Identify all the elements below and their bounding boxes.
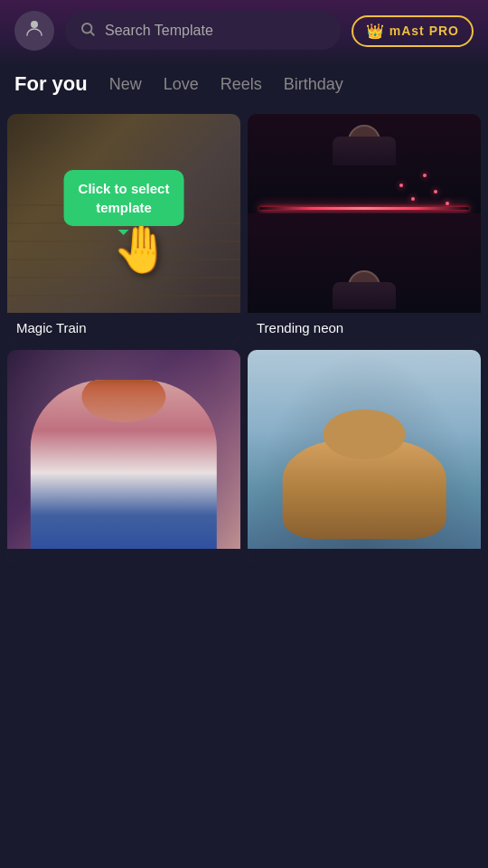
tooltip-line1: Click to select (79, 181, 170, 196)
template-card-girl-portrait[interactable] (7, 350, 240, 563)
crown-icon: 👑 (366, 23, 384, 40)
tab-new[interactable]: New (109, 72, 142, 99)
pro-label: mAst PRO (389, 24, 459, 38)
person-top (248, 118, 481, 165)
tiger-title (248, 549, 481, 563)
tab-love[interactable]: Love (164, 72, 199, 99)
neon-top-half (248, 114, 481, 213)
pro-badge[interactable]: 👑 mAst PRO (352, 15, 474, 47)
select-template-tooltip: Click to select template (64, 170, 184, 226)
spark-5 (423, 174, 427, 177)
neon-bottom-half (248, 213, 481, 313)
avatar-button[interactable] (14, 11, 54, 51)
tabs-container: For you New Love Reels Birthday (0, 65, 488, 110)
search-placeholder-text: Search Template (105, 23, 213, 39)
svg-point-0 (31, 21, 38, 28)
trending-neon-thumbnail (248, 114, 481, 313)
tooltip-line2: template (96, 200, 152, 215)
svg-line-2 (90, 32, 93, 34)
magic-train-thumbnail: Click to select template 🤚 (7, 114, 240, 313)
magic-train-title: Magic Train (7, 313, 240, 343)
template-card-trending-neon[interactable]: Trending neon (248, 114, 481, 343)
person-bottom (248, 263, 481, 309)
trending-neon-title: Trending neon (248, 313, 481, 343)
tab-for-you[interactable]: For you (14, 72, 88, 99)
search-icon (80, 21, 96, 41)
person-body-bottom (333, 282, 396, 309)
girl-figure (31, 380, 217, 549)
girl-portrait-title (7, 549, 240, 563)
neon-line-1 (259, 207, 469, 210)
tiger-figure (283, 439, 446, 539)
tab-birthday[interactable]: Birthday (284, 72, 343, 99)
tiger-head (324, 410, 405, 459)
tab-reels[interactable]: Reels (221, 72, 262, 99)
girl-head (82, 380, 166, 422)
person-body-top (333, 137, 396, 165)
template-card-tiger[interactable] (248, 350, 481, 563)
spark-3 (399, 184, 403, 187)
header: Search Template 👑 mAst PRO (0, 0, 488, 65)
search-bar[interactable]: Search Template (65, 12, 341, 50)
template-card-magic-train[interactable]: Click to select template 🤚 Magic Train (7, 114, 240, 343)
tiger-thumbnail (248, 350, 481, 549)
girl-portrait-thumbnail (7, 350, 240, 549)
template-grid: Click to select template 🤚 Magic Train (0, 110, 488, 567)
user-icon (23, 17, 45, 44)
